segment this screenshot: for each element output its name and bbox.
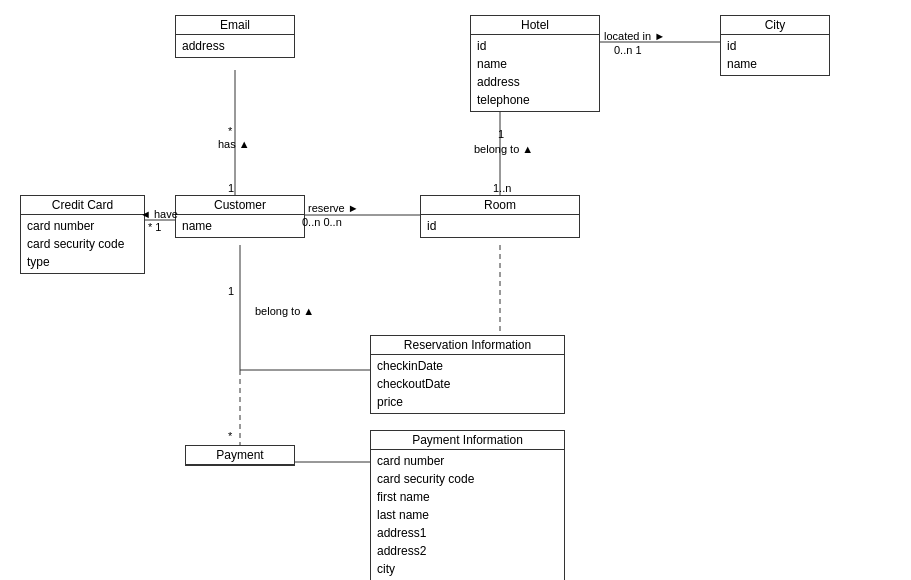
hotel-box: Hotel id name address telephone	[470, 15, 600, 112]
res-attr-checkin: checkinDate	[377, 357, 558, 375]
hotel-attr-id: id	[477, 37, 593, 55]
creditcard-header: Credit Card	[21, 196, 144, 215]
paymentinfo-header: Payment Information	[371, 431, 564, 450]
label-belong-one: 1	[228, 285, 234, 297]
city-attr-id: id	[727, 37, 823, 55]
reservation-body: checkinDate checkoutDate price	[371, 355, 564, 413]
customer-header: Customer	[176, 196, 304, 215]
email-box: Email address	[175, 15, 295, 58]
customer-box: Customer name	[175, 195, 305, 238]
label-reserve: reserve ►	[308, 202, 359, 214]
room-header: Room	[421, 196, 579, 215]
cc-attr-security: card security code	[27, 235, 138, 253]
label-located-multi: 0..n 1	[614, 44, 642, 56]
room-attr-id: id	[427, 217, 573, 235]
uml-diagram: Email address Hotel id name address tele…	[0, 0, 911, 580]
email-header: Email	[176, 16, 294, 35]
cc-attr-number: card number	[27, 217, 138, 235]
label-has-star: *	[228, 125, 232, 137]
label-belong-customer: belong to ▲	[255, 305, 314, 317]
customer-body: name	[176, 215, 304, 237]
label-have: ◄ have	[140, 208, 178, 220]
label-has-one: 1	[228, 182, 234, 194]
label-belong-hotel: belong to ▲	[474, 143, 533, 155]
creditcard-body: card number card security code type	[21, 215, 144, 273]
payment-header: Payment	[186, 446, 294, 465]
city-header: City	[721, 16, 829, 35]
res-attr-price: price	[377, 393, 558, 411]
pi-attr-lastname: last name	[377, 506, 558, 524]
label-payment-star: *	[228, 430, 232, 442]
email-body: address	[176, 35, 294, 57]
room-box: Room id	[420, 195, 580, 238]
res-attr-checkout: checkoutDate	[377, 375, 558, 393]
hotel-attr-address: address	[477, 73, 593, 91]
city-box: City id name	[720, 15, 830, 76]
room-body: id	[421, 215, 579, 237]
pi-attr-security: card security code	[377, 470, 558, 488]
payment-box: Payment	[185, 445, 295, 466]
reservation-box: Reservation Information checkinDate chec…	[370, 335, 565, 414]
label-belong-hotel-1: 1	[498, 128, 504, 140]
hotel-header: Hotel	[471, 16, 599, 35]
hotel-attr-name: name	[477, 55, 593, 73]
label-reserve-multi: 0..n 0..n	[302, 216, 342, 228]
pi-attr-city: city	[377, 560, 558, 578]
label-have-multi: * 1	[148, 221, 161, 233]
paymentinfo-box: Payment Information card number card sec…	[370, 430, 565, 580]
pi-attr-cardnum: card number	[377, 452, 558, 470]
city-attr-name: name	[727, 55, 823, 73]
paymentinfo-body: card number card security code first nam…	[371, 450, 564, 580]
email-attr-address: address	[182, 37, 288, 55]
hotel-body: id name address telephone	[471, 35, 599, 111]
reservation-header: Reservation Information	[371, 336, 564, 355]
pi-attr-addr2: address2	[377, 542, 558, 560]
pi-attr-addr1: address1	[377, 524, 558, 542]
customer-attr-name: name	[182, 217, 298, 235]
creditcard-box: Credit Card card number card security co…	[20, 195, 145, 274]
pi-attr-firstname: first name	[377, 488, 558, 506]
label-located: located in ►	[604, 30, 665, 42]
hotel-attr-telephone: telephone	[477, 91, 593, 109]
cc-attr-type: type	[27, 253, 138, 271]
label-belong-hotel-1n: 1..n	[493, 182, 511, 194]
label-has: has ▲	[218, 138, 250, 150]
city-body: id name	[721, 35, 829, 75]
